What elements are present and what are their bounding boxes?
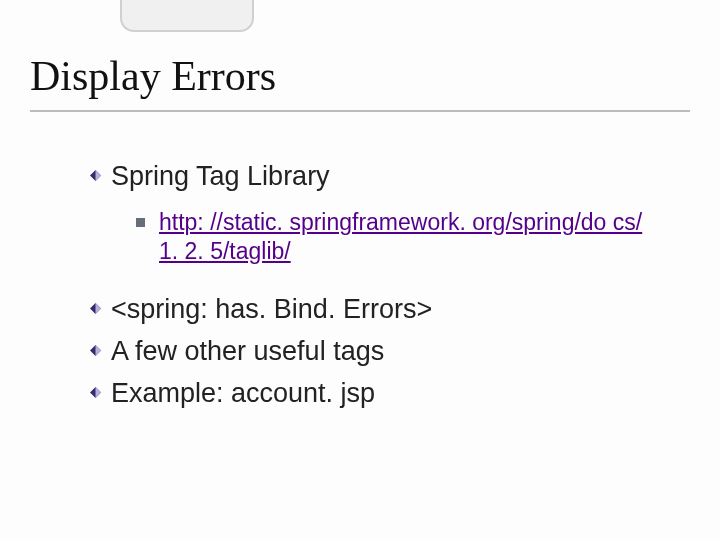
title-underline	[30, 110, 690, 112]
bullet-2: <spring: has. Bind. Errors>	[90, 293, 680, 327]
bullet-2-text: <spring: has. Bind. Errors>	[111, 293, 432, 327]
decorative-tab	[120, 0, 254, 32]
bullet-3: A few other useful tags	[90, 335, 680, 369]
svg-marker-5	[96, 345, 102, 356]
slide-body: Spring Tag Library http: //static. sprin…	[90, 160, 680, 419]
diamond-bullet-icon	[90, 170, 101, 181]
link-taglib-docs[interactable]: http: //static. springframework. org/spr…	[159, 209, 642, 264]
bullet-4: Example: account. jsp	[90, 377, 680, 411]
diamond-bullet-icon	[90, 387, 101, 398]
svg-marker-7	[96, 387, 102, 398]
diamond-bullet-icon	[90, 345, 101, 356]
sub-bullet-1: http: //static. springframework. org/spr…	[136, 208, 680, 266]
svg-marker-1	[96, 170, 102, 181]
svg-marker-3	[96, 303, 102, 314]
bullet-4-text: Example: account. jsp	[111, 377, 375, 411]
bullet-1-text: Spring Tag Library	[111, 160, 330, 194]
slide-title: Display Errors	[30, 52, 690, 100]
diamond-bullet-icon	[90, 303, 101, 314]
slide: Display Errors Spring Tag Library http: …	[0, 0, 720, 540]
square-bullet-icon	[136, 218, 145, 227]
bullet-3-text: A few other useful tags	[111, 335, 384, 369]
title-area: Display Errors	[30, 52, 690, 112]
bullet-1: Spring Tag Library	[90, 160, 680, 194]
